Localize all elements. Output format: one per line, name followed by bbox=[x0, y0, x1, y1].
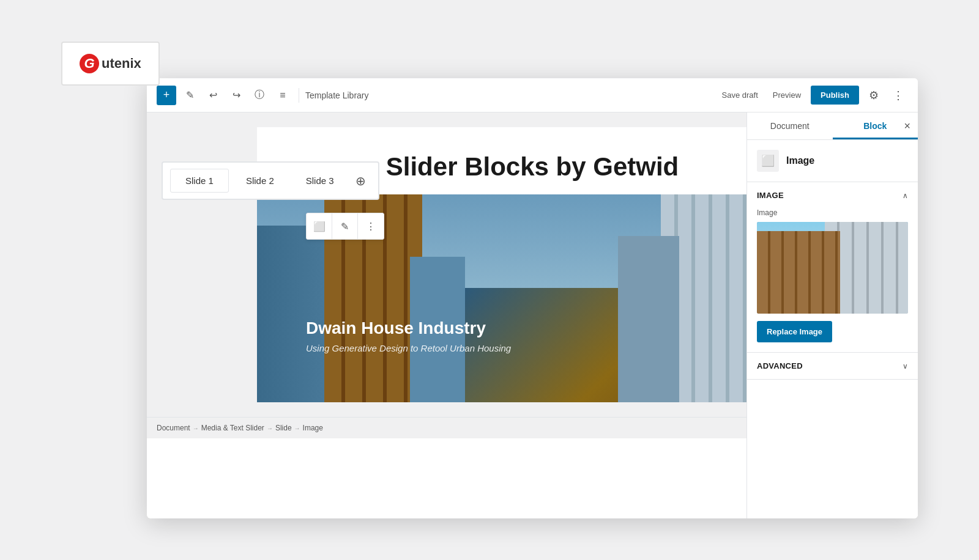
pencil-icon: ✎ bbox=[186, 89, 194, 101]
list-icon: ≡ bbox=[280, 90, 285, 101]
hero-subtitle: Using Generative Design to Retool Urban … bbox=[306, 343, 511, 353]
breadcrumb-arrow-2: → bbox=[267, 425, 273, 432]
toolbar-divider bbox=[299, 88, 299, 103]
slide-tab-1[interactable]: Slide 1 bbox=[170, 169, 229, 193]
add-slide-icon: ⊕ bbox=[355, 174, 366, 188]
advanced-section: Advanced ∨ bbox=[747, 353, 918, 380]
plus-icon: + bbox=[163, 89, 170, 101]
logo-card: G utenix bbox=[61, 42, 160, 86]
add-slide-button[interactable]: ⊕ bbox=[351, 171, 371, 191]
editor-toolbar: + ✎ ↩ ↪ ⓘ ≡ Template Library bbox=[147, 78, 918, 112]
add-block-button[interactable]: + bbox=[157, 86, 176, 105]
breadcrumb-document[interactable]: Document bbox=[157, 424, 190, 432]
settings-button[interactable]: ⚙ bbox=[864, 86, 884, 105]
slides-tabs-wrapper: Slide 1 Slide 2 Slide 3 ⊕ bbox=[162, 161, 379, 200]
template-library-label[interactable]: Template Library bbox=[305, 90, 369, 100]
block-name-label: Image bbox=[786, 155, 814, 166]
tab-active-indicator bbox=[833, 138, 918, 139]
block-name-row: ⬜ Image bbox=[747, 140, 918, 182]
slides-tabs: Slide 1 Slide 2 Slide 3 ⊕ bbox=[163, 163, 378, 199]
editor-window: + ✎ ↩ ↪ ⓘ ≡ Template Library bbox=[147, 78, 918, 518]
gear-icon: ⚙ bbox=[869, 89, 879, 102]
building-5 bbox=[618, 236, 679, 402]
image-block-icon: ⬜ bbox=[313, 221, 326, 232]
sidebar-tabs: Document Block × bbox=[747, 112, 918, 140]
image-section-body: Image Replace Image bbox=[747, 208, 918, 352]
advanced-section-title: Advanced bbox=[757, 361, 803, 370]
breadcrumb-media-slider[interactable]: Media & Text Slider bbox=[201, 424, 264, 432]
info-button[interactable]: ⓘ bbox=[250, 86, 269, 105]
preview-button[interactable]: Preview bbox=[768, 87, 806, 103]
sidebar-close-button[interactable]: × bbox=[904, 120, 910, 131]
toolbar-right: Save draft Preview Publish ⚙ ⋮ bbox=[717, 86, 908, 105]
publish-button[interactable]: Publish bbox=[811, 86, 859, 105]
slide-tab-2[interactable]: Slide 2 bbox=[231, 169, 289, 192]
toolbar-left: + ✎ ↩ ↪ ⓘ ≡ Template Library bbox=[157, 86, 712, 105]
right-sidebar: Document Block × ⬜ Image bbox=[746, 112, 918, 518]
block-toolbar: ⬜ ✎ ⋮ bbox=[306, 213, 384, 240]
save-draft-button[interactable]: Save draft bbox=[717, 87, 763, 103]
more-dots-icon: ⋮ bbox=[893, 89, 904, 102]
hero-image-block[interactable]: ⬜ ✎ ⋮ Dwain House bbox=[257, 194, 808, 402]
logo-g-icon: G bbox=[80, 54, 99, 73]
close-icon: × bbox=[904, 120, 910, 132]
preview-building-left bbox=[757, 231, 840, 314]
breadcrumb-image[interactable]: Image bbox=[303, 424, 323, 432]
undo-icon: ↩ bbox=[209, 89, 217, 101]
advanced-section-header[interactable]: Advanced ∨ bbox=[747, 353, 918, 379]
tab-document[interactable]: Document bbox=[747, 112, 833, 139]
editor-body: Slider Blocks by Getwid Slide 1 Slide 2 … bbox=[147, 112, 918, 518]
info-icon: ⓘ bbox=[255, 89, 264, 101]
list-view-button[interactable]: ≡ bbox=[273, 86, 292, 105]
image-section: Image ∧ Image Replace Image bbox=[747, 182, 918, 353]
edit-icon: ✎ bbox=[341, 221, 349, 232]
replace-image-button[interactable]: Replace Image bbox=[757, 321, 832, 342]
block-type-icon: ⬜ bbox=[757, 150, 779, 172]
page-content: Slider Blocks by Getwid Slide 1 Slide 2 … bbox=[257, 127, 808, 402]
block-more-button[interactable]: ⋮ bbox=[358, 213, 384, 239]
image-section-chevron-icon: ∧ bbox=[903, 191, 908, 200]
logo-text: utenix bbox=[102, 56, 141, 72]
block-edit-button[interactable]: ✎ bbox=[332, 213, 358, 239]
breadcrumb-arrow-3: → bbox=[294, 425, 300, 432]
redo-icon: ↪ bbox=[233, 89, 240, 101]
image-preview-thumbnail bbox=[757, 222, 908, 314]
slide-tab-3[interactable]: Slide 3 bbox=[291, 169, 349, 192]
undo-button[interactable]: ↩ bbox=[203, 86, 223, 105]
image-section-header[interactable]: Image ∧ bbox=[747, 182, 918, 208]
more-options-button[interactable]: ⋮ bbox=[888, 86, 908, 105]
image-type-icon: ⬜ bbox=[761, 154, 775, 168]
pencil-button[interactable]: ✎ bbox=[180, 86, 199, 105]
block-dots-icon: ⋮ bbox=[366, 221, 376, 232]
advanced-section-chevron-icon: ∨ bbox=[903, 362, 908, 370]
breadcrumb-arrow-1: → bbox=[193, 425, 199, 432]
redo-button[interactable]: ↪ bbox=[226, 86, 246, 105]
hero-title: Dwain House Industry bbox=[306, 319, 511, 338]
block-image-button[interactable]: ⬜ bbox=[307, 213, 332, 239]
hero-text-overlay: Dwain House Industry Using Generative De… bbox=[306, 319, 511, 353]
breadcrumb-slide[interactable]: Slide bbox=[275, 424, 292, 432]
image-section-title: Image bbox=[757, 191, 784, 200]
image-field-label: Image bbox=[757, 208, 908, 217]
